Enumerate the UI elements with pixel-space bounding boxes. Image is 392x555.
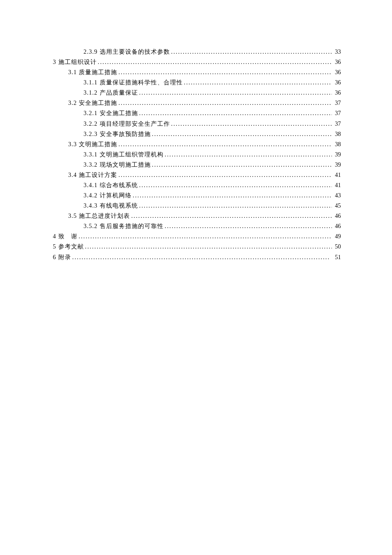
toc-entry-page: 36: [333, 88, 341, 98]
toc-entry: 3.3.1 文明施工组织管理机构39: [53, 150, 341, 160]
toc-entry-leader: [165, 221, 332, 231]
toc-entry-label: 3.2 安全施工措施: [68, 98, 117, 108]
toc-entry-page: 37: [333, 119, 341, 129]
toc-entry-label: 3.2.3 安全事故预防措施: [84, 129, 151, 139]
toc-entry-leader: [152, 129, 332, 139]
toc-entry-label: 3.1.2 产品质量保证: [84, 88, 138, 98]
toc-entry-page: 33: [333, 47, 341, 57]
toc-entry: 3.2 安全施工措施37: [53, 98, 341, 108]
toc-entry-leader: [165, 150, 332, 160]
toc-entry-page: 37: [333, 108, 341, 119]
toc-entry-leader: [85, 242, 332, 252]
toc-entry-leader: [72, 252, 332, 263]
toc-entry-leader: [79, 231, 332, 242]
toc-entry-page: 39: [333, 150, 341, 160]
toc-entry-label: 3.4.3 有线电视系统: [84, 201, 138, 211]
toc-entry: 3.4.1 综合布线系统41: [53, 180, 341, 191]
toc-entry-page: 51: [333, 252, 341, 263]
toc-entry-page: 41: [333, 180, 341, 191]
toc-entry: 3.1.1 质量保证措施科学性、合理性36: [53, 78, 341, 88]
toc-entry-label: 3.4.2 计算机网络: [84, 191, 132, 201]
toc-entry-page: 50: [333, 242, 341, 252]
toc-entry: 3.3.2 现场文明施工措施39: [53, 160, 341, 170]
toc-entry: 3.2.3 安全事故预防措施38: [53, 129, 341, 139]
toc-entry-page: 43: [333, 191, 341, 201]
toc-entry-page: 38: [333, 139, 341, 150]
toc-entry: 3.3 文明施工措施38: [53, 139, 341, 150]
toc-entry: 3.4 施工设计方案41: [53, 170, 341, 180]
toc-entry-label: 3.5.2 售后服务措施的可靠性: [84, 221, 164, 231]
toc-entry-leader: [118, 98, 332, 108]
toc-entry-page: 39: [333, 160, 341, 170]
toc-entry-page: 41: [333, 170, 341, 180]
toc-entry-label: 5 参考文献: [53, 242, 84, 252]
toc-entry-leader: [184, 78, 332, 88]
toc-entry-page: 36: [333, 78, 341, 88]
toc-entry-label: 3.5 施工总进度计划表: [68, 211, 130, 221]
toc-entry-leader: [133, 191, 332, 201]
toc-entry-page: 45: [333, 201, 341, 211]
toc-entry: 3.2.2 项目经理部安全生产工作37: [53, 119, 341, 129]
toc-entry-page: 36: [333, 67, 341, 78]
toc-entry-leader: [118, 139, 332, 150]
toc-entry-leader: [139, 201, 332, 211]
toc-entry: 3.4.3 有线电视系统45: [53, 201, 341, 211]
toc-entry-leader: [131, 211, 332, 221]
toc-entry-page: 37: [333, 98, 341, 108]
toc-entry-label: 2.3.9 选用主要设备的技术参数: [84, 47, 170, 57]
toc-entry: 3.1 质量施工措施36: [53, 67, 341, 78]
toc-entry-label: 3.3.2 现场文明施工措施: [84, 160, 151, 170]
toc-entry: 3.5 施工总进度计划表46: [53, 211, 341, 221]
toc-entry-page: 46: [333, 211, 341, 221]
toc-entry: 4 致 谢49: [53, 231, 341, 242]
toc-entry: 5 参考文献50: [53, 242, 341, 252]
toc-entry: 6 附录51: [53, 252, 341, 263]
toc-entry-leader: [98, 57, 332, 67]
toc-entry-leader: [152, 160, 332, 170]
toc-entry-label: 3.2.1 安全施工措施: [84, 108, 138, 119]
toc-entry-leader: [118, 170, 332, 180]
toc-entry: 3.2.1 安全施工措施37: [53, 108, 341, 119]
toc-entry-leader: [139, 180, 332, 191]
toc-entry-label: 3.4.1 综合布线系统: [84, 180, 138, 191]
toc-entry-label: 3 施工组织设计: [53, 57, 97, 67]
toc-entry-label: 3.1.1 质量保证措施科学性、合理性: [84, 78, 183, 88]
toc-entry: 2.3.9 选用主要设备的技术参数33: [53, 47, 341, 57]
toc-entry-leader: [171, 119, 332, 129]
toc-entry-page: 49: [333, 231, 341, 242]
toc-entry-page: 38: [333, 129, 341, 139]
toc-entry-label: 4 致 谢: [53, 231, 78, 242]
toc-entry: 3.1.2 产品质量保证36: [53, 88, 341, 98]
toc-entry-leader: [139, 88, 332, 98]
toc-entry-label: 3.4 施工设计方案: [68, 170, 117, 180]
toc-entry-label: 3.1 质量施工措施: [68, 67, 117, 78]
toc-entry: 3.5.2 售后服务措施的可靠性46: [53, 221, 341, 231]
toc-entry-leader: [171, 47, 332, 57]
toc-entry-label: 3.2.2 项目经理部安全生产工作: [84, 119, 170, 129]
toc-entry-label: 3.3.1 文明施工组织管理机构: [84, 150, 164, 160]
table-of-contents: 2.3.9 选用主要设备的技术参数333 施工组织设计363.1 质量施工措施3…: [53, 47, 341, 263]
toc-entry-page: 46: [333, 221, 341, 231]
toc-entry-label: 6 附录: [53, 252, 71, 263]
toc-entry: 3 施工组织设计36: [53, 57, 341, 67]
toc-entry-leader: [139, 108, 332, 119]
toc-entry-page: 36: [333, 57, 341, 67]
toc-entry-label: 3.3 文明施工措施: [68, 139, 117, 150]
toc-entry: 3.4.2 计算机网络43: [53, 191, 341, 201]
toc-entry-leader: [118, 67, 332, 78]
